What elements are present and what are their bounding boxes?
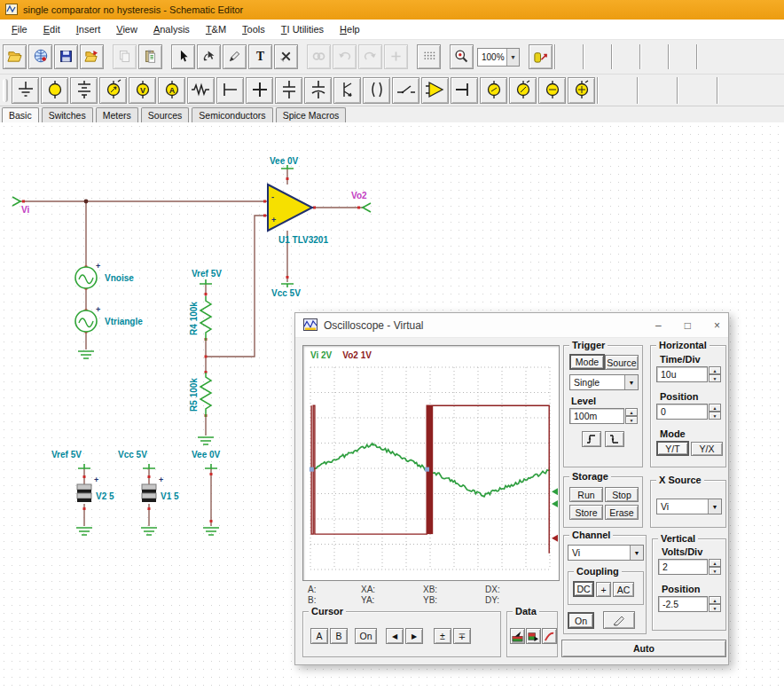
v-position-input[interactable]: -2.5 [658, 596, 708, 612]
erase-button[interactable]: Erase [605, 505, 639, 520]
tab-switches[interactable]: Switches [42, 107, 93, 122]
close-button[interactable]: × [714, 319, 720, 332]
yx-mode-button[interactable]: Y/X [691, 442, 723, 456]
h-position-spinner[interactable]: ▲▼ [709, 404, 721, 420]
component-indicator-2-button[interactable] [509, 77, 537, 104]
rotate-button[interactable] [197, 44, 221, 69]
trigger-mode-select[interactable]: Single▼ [569, 374, 639, 390]
select-cursor-button[interactable] [171, 44, 195, 69]
cursor-b-button[interactable]: B [330, 628, 348, 644]
chevron-down-icon[interactable]: ▼ [708, 499, 721, 514]
tab-semiconductors[interactable]: Semiconductors [192, 107, 272, 122]
component-npn-transistor-button[interactable] [333, 77, 361, 104]
paste-button[interactable] [138, 44, 162, 69]
xsource-select[interactable]: Vi▼ [656, 499, 722, 514]
v-position-spinner[interactable]: ▲▼ [709, 596, 721, 612]
run-button[interactable]: Run [569, 487, 603, 502]
text-tool-button[interactable]: T [248, 44, 272, 69]
component-output-pin-button[interactable] [451, 77, 478, 104]
auto-button[interactable]: Auto [561, 640, 726, 657]
trigger-source-tab[interactable]: Source [605, 355, 639, 370]
open-file-button[interactable] [3, 44, 27, 69]
link-button[interactable] [307, 44, 331, 69]
chevron-down-icon[interactable]: ▼ [630, 546, 643, 560]
oscilloscope-title-bar[interactable]: Oscilloscope - Virtual – □ × [295, 313, 728, 338]
grid-toggle-button[interactable] [417, 44, 441, 69]
component-indicator-1-button[interactable] [480, 77, 507, 104]
component-voltage-generator-button[interactable] [99, 77, 127, 104]
export-button[interactable] [80, 44, 104, 69]
cursor-left-button[interactable]: ◀ [386, 628, 404, 644]
tab-meters[interactable]: Meters [96, 107, 138, 122]
trigger-level-input[interactable]: 100m [569, 408, 624, 424]
add-button[interactable] [384, 44, 408, 69]
component-ammeter-button[interactable]: A [158, 77, 185, 104]
cursor-a-button[interactable]: A [310, 628, 328, 644]
cursor-up-button[interactable]: ± [434, 628, 451, 644]
cursor-right-button[interactable]: ▶ [405, 628, 423, 644]
menu-tools[interactable]: Tools [234, 20, 273, 38]
voltsdiv-spinner[interactable]: ▲▼ [709, 559, 721, 575]
menu-view[interactable]: View [108, 20, 145, 38]
component-ground-button[interactable] [12, 77, 39, 104]
cursor-down-button[interactable]: ∓ [453, 628, 471, 644]
component-polarized-capacitor-button[interactable] [304, 77, 332, 104]
component-capacitor-button[interactable] [275, 77, 302, 104]
component-opamp-button[interactable] [421, 77, 449, 104]
menu-edit[interactable]: Edit [35, 20, 68, 38]
component-resistor-button[interactable] [187, 77, 215, 104]
zoom-tool-button[interactable] [450, 44, 474, 69]
save-button[interactable] [54, 44, 78, 69]
timediv-input[interactable]: 10u [656, 366, 708, 382]
menu-file[interactable]: File [4, 20, 35, 38]
trigger-level-spinner[interactable]: ▲▼ [625, 408, 638, 424]
probe-button[interactable] [603, 611, 635, 629]
component-plus-terminal-button[interactable] [246, 77, 273, 104]
menu-ti-utilities[interactable]: TI Utilities [273, 20, 332, 38]
tab-sources[interactable]: Sources [141, 107, 190, 122]
yt-mode-button[interactable]: Y/T [656, 441, 689, 456]
h-position-input[interactable]: 0 [656, 404, 708, 420]
store-button[interactable]: Store [569, 505, 603, 520]
show-curve-button[interactable] [542, 628, 557, 644]
component-mosfet-button[interactable] [363, 77, 390, 104]
maximize-button[interactable]: □ [685, 319, 691, 332]
component-voltage-source-button[interactable] [41, 77, 68, 104]
undo-button[interactable] [333, 44, 357, 69]
delete-button[interactable] [274, 44, 298, 69]
interactive-mode-button[interactable] [529, 44, 553, 69]
copy-button[interactable] [113, 44, 137, 69]
voltsdiv-input[interactable]: 2 [658, 559, 708, 575]
wire-tool-button[interactable] [223, 44, 247, 69]
trigger-mode-tab[interactable]: Mode [569, 354, 605, 370]
tab-basic[interactable]: Basic [2, 107, 39, 122]
component-indicator-4-button[interactable] [568, 77, 595, 104]
open-from-web-button[interactable] [28, 44, 52, 69]
dc-coupling-button[interactable]: DC [573, 581, 594, 597]
resistor-r5[interactable] [200, 373, 211, 417]
falling-edge-button[interactable] [605, 431, 624, 447]
zoom-level-combo[interactable]: 100%▼ [477, 48, 520, 67]
net-label-vi[interactable]: Vi [21, 205, 29, 215]
chevron-down-icon[interactable]: ▼ [506, 49, 519, 66]
stop-button[interactable]: Stop [605, 487, 639, 502]
rising-edge-button[interactable] [582, 431, 601, 447]
menu-insert[interactable]: Insert [68, 20, 109, 38]
vtriangle-source[interactable]: + [75, 305, 100, 332]
component-voltmeter-button[interactable]: V [129, 77, 156, 104]
vnoise-source[interactable]: + [75, 262, 100, 288]
component-indicator-3-button[interactable] [538, 77, 566, 104]
chevron-down-icon[interactable]: ▼ [624, 375, 638, 389]
tab-spice-macros[interactable]: Spice Macros [276, 107, 347, 122]
resistor-r4[interactable] [200, 296, 211, 341]
gnd-coupling-button[interactable]: + [596, 582, 611, 597]
redo-button[interactable] [358, 44, 382, 69]
fetch-data-button[interactable] [510, 628, 525, 644]
component-switch-button[interactable] [392, 77, 419, 104]
menu-help[interactable]: Help [332, 20, 368, 38]
timediv-spinner[interactable]: ▲▼ [709, 366, 721, 382]
ac-coupling-button[interactable]: AC [613, 582, 634, 597]
menu-t-m[interactable]: T&M [198, 20, 234, 38]
cursor-on-button[interactable]: On [355, 628, 377, 644]
component-battery-button[interactable] [70, 77, 98, 104]
